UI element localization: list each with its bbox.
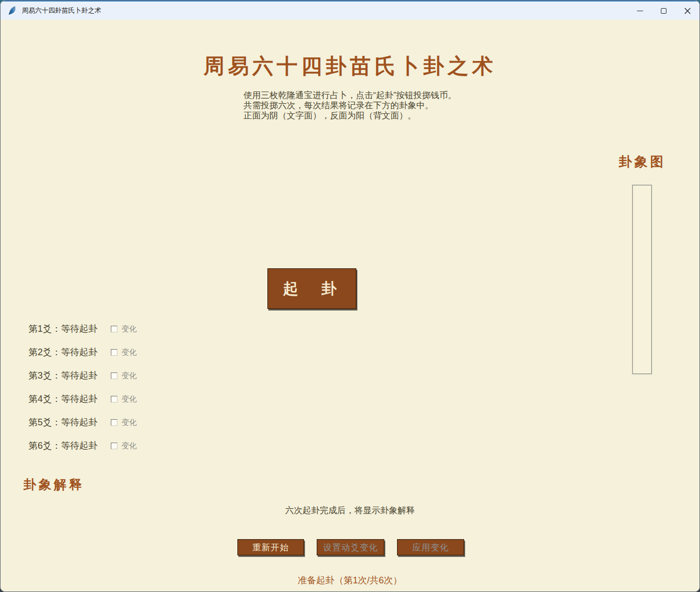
maximize-icon [661, 8, 666, 14]
line-status-label: 第6爻：等待起卦 [28, 440, 98, 452]
change-checkbox-4[interactable] [111, 396, 117, 402]
main-content: 周易六十四卦苗氏卜卦之术 使用三枚乾隆通宝进行占卜，点击“起卦”按钮投掷钱币。 … [1, 20, 699, 591]
titlebar: 周易六十四卦苗氏卜卦之术 [1, 1, 699, 20]
line-row-5: 第5爻：等待起卦 变化 [28, 416, 196, 428]
close-icon [684, 8, 691, 14]
restart-button[interactable]: 重新开始 [237, 539, 304, 555]
line-row-6: 第6爻：等待起卦 变化 [28, 440, 196, 452]
close-button[interactable] [676, 2, 699, 20]
line-row-4: 第4爻：等待起卦 变化 [28, 393, 196, 405]
minimize-icon [637, 11, 643, 11]
app-window: 周易六十四卦苗氏卜卦之术 周易六十四卦苗氏卜卦之术 使用三枚乾隆通宝进行占卜，点… [0, 0, 700, 592]
change-checkbox-6[interactable] [111, 443, 117, 449]
change-checkbox-label: 变化 [121, 418, 137, 427]
line-row-2: 第2爻：等待起卦 变化 [28, 346, 196, 358]
hexagram-diagram-label: 卦象图 [598, 153, 687, 171]
instructions-text: 使用三枚乾隆通宝进行占卜，点击“起卦”按钮投掷钱币。 共需投掷六次，每次结果将记… [244, 90, 456, 121]
python-feather-icon [7, 6, 17, 16]
maximize-button[interactable] [652, 2, 676, 20]
instructions-line-1: 使用三枚乾隆通宝进行占卜，点击“起卦”按钮投掷钱币。 [244, 90, 456, 101]
page-title: 周易六十四卦苗氏卜卦之术 [1, 52, 699, 80]
minimize-button[interactable] [628, 2, 652, 20]
interpretation-placeholder: 六次起卦完成后，将显示卦象解释 [1, 505, 699, 516]
window-title: 周易六十四卦苗氏卜卦之术 [22, 6, 101, 15]
line-status-label: 第2爻：等待起卦 [28, 346, 98, 358]
line-row-1: 第1爻：等待起卦 变化 [28, 323, 196, 335]
change-checkbox-label: 变化 [121, 324, 137, 334]
instructions-line-3: 正面为阴（文字面），反面为阳（背文面）。 [244, 111, 456, 121]
set-moving-lines-button[interactable]: 设置动爻变化 [317, 539, 384, 555]
interpretation-heading: 卦象解释 [23, 476, 84, 493]
hexagram-diagram-canvas [632, 185, 652, 374]
cast-hexagram-button[interactable]: 起 卦 [267, 268, 356, 309]
line-status-label: 第4爻：等待起卦 [28, 393, 98, 405]
change-checkbox-label: 变化 [121, 348, 137, 357]
change-checkbox-2[interactable] [111, 349, 117, 356]
change-checkbox-5[interactable] [111, 419, 117, 426]
change-checkbox-label: 变化 [121, 394, 137, 404]
desktop: 周易六十四卦苗氏卜卦之术 周易六十四卦苗氏卜卦之术 使用三枚乾隆通宝进行占卜，点… [0, 0, 700, 592]
apply-changes-button[interactable]: 应用变化 [397, 539, 464, 555]
change-checkbox-3[interactable] [111, 372, 117, 379]
instructions-line-2: 共需投掷六次，每次结果将记录在下方的卦象中。 [244, 101, 456, 111]
change-checkbox-1[interactable] [111, 326, 117, 332]
status-bar-text: 准备起卦（第1次/共6次） [1, 574, 699, 586]
line-status-label: 第1爻：等待起卦 [28, 323, 98, 335]
line-status-label: 第5爻：等待起卦 [28, 416, 98, 428]
line-row-3: 第3爻：等待起卦 变化 [28, 369, 196, 382]
change-checkbox-label: 变化 [121, 441, 137, 451]
line-status-label: 第3爻：等待起卦 [28, 369, 98, 382]
change-checkbox-label: 变化 [121, 371, 137, 381]
